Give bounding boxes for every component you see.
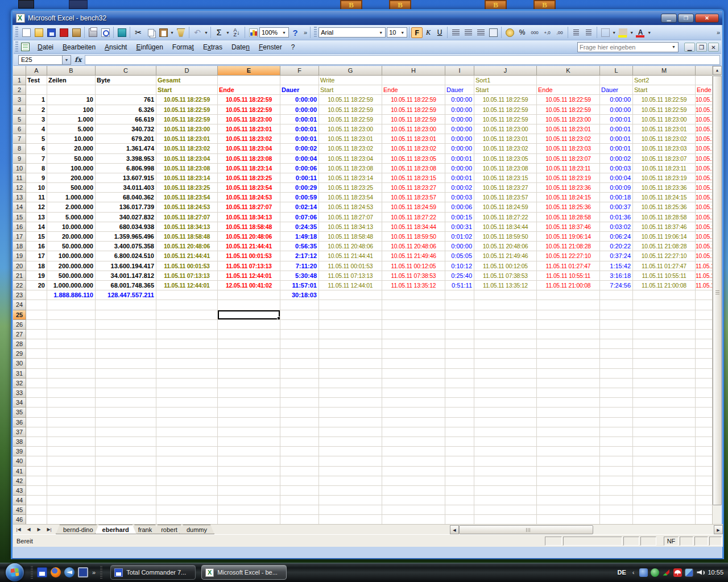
grid-cell[interactable]: 10.000.000 [47, 222, 96, 232]
grid-cell[interactable]: 0:00:00 [445, 115, 474, 124]
grid-cell[interactable] [156, 300, 218, 310]
column-header-F[interactable]: F [280, 66, 319, 76]
row-header-39[interactable]: 39 [13, 447, 26, 456]
grid-cell[interactable] [537, 349, 600, 359]
grid-cell[interactable]: 10.05.11 19:06:14 [696, 232, 713, 242]
grid-cell[interactable] [26, 85, 47, 95]
grid-cell[interactable] [26, 467, 47, 476]
grid-cell[interactable]: 1.361.474 [96, 144, 156, 153]
grid-cell[interactable] [47, 437, 96, 447]
grid-cell[interactable] [47, 379, 96, 388]
increase-indent-icon[interactable] [582, 26, 595, 39]
grid-cell[interactable] [382, 359, 445, 368]
row-header-33[interactable]: 33 [13, 388, 26, 398]
row-header-45[interactable]: 45 [13, 505, 26, 515]
grid-cell[interactable] [382, 330, 445, 339]
grid-cell[interactable]: 10.05.11 18:23:11 [537, 164, 600, 173]
grid-cell[interactable] [26, 349, 47, 359]
grid-cell[interactable]: 10.05.11 18:23:01 [633, 124, 696, 134]
grid-cell[interactable] [26, 290, 47, 300]
grid-cell[interactable]: 0:00:15 [445, 213, 474, 222]
row-header-36[interactable]: 36 [13, 418, 26, 427]
grid-cell[interactable] [445, 408, 474, 417]
grid-cell[interactable]: 500.000.000 [47, 271, 96, 281]
grid-cell[interactable]: 11.05.11 10:55:11 [633, 271, 696, 281]
tray-network-icon[interactable] [685, 568, 693, 577]
grid-cell[interactable]: 500.000 [47, 183, 96, 193]
grid-cell[interactable]: Ende [696, 85, 713, 95]
grid-cell[interactable] [696, 486, 713, 496]
grid-cell[interactable]: 1 [26, 95, 47, 105]
tray-expand-icon[interactable]: ‹ [630, 569, 637, 576]
name-box-dropdown-icon[interactable]: ▼ [63, 55, 71, 65]
grid-cell[interactable]: 11.05.11 00:01:53 [156, 261, 218, 271]
menu-ansicht[interactable]: Ansicht [100, 41, 131, 53]
grid-cell[interactable] [537, 290, 600, 300]
grid-cell[interactable] [445, 290, 474, 300]
grid-cell[interactable] [537, 300, 600, 310]
grid-cell[interactable]: 10.05.11 18:24:15 [696, 193, 713, 202]
grid-cell[interactable] [96, 339, 156, 349]
grid-cell[interactable]: 11.05.11 00:12:05 [382, 261, 445, 271]
grid-cell[interactable] [474, 496, 537, 505]
autosum-icon[interactable]: Σ [213, 26, 225, 39]
grid-cell[interactable] [280, 300, 319, 310]
grid-cell[interactable] [474, 349, 537, 359]
prev-sheet-icon[interactable]: ◀ [24, 525, 34, 534]
grid-cell[interactable] [633, 447, 696, 456]
grid-cell[interactable]: 10.05.11 18:23:00 [474, 124, 537, 134]
grid-cell[interactable]: 0:00:18 [600, 193, 633, 202]
grid-cell[interactable] [633, 339, 696, 349]
grid-cell[interactable] [696, 476, 713, 486]
grid-cell[interactable]: 8 [26, 164, 47, 173]
grid-cell[interactable] [600, 476, 633, 486]
scroll-right-icon[interactable]: ▶ [714, 525, 723, 534]
grid-cell[interactable]: 10.05.11 18:23:05 [474, 154, 537, 164]
grid-cell[interactable] [96, 369, 156, 379]
grid-cell[interactable] [696, 330, 713, 339]
grid-cell[interactable] [26, 427, 47, 437]
grid-cell[interactable]: 19 [26, 271, 47, 281]
row-header-41[interactable]: 41 [13, 467, 26, 476]
row-header-17[interactable]: 17 [13, 232, 26, 242]
grid-cell[interactable] [633, 437, 696, 447]
grid-cell[interactable]: 10.05.11 18:23:08 [218, 154, 280, 164]
grid-cell[interactable] [47, 486, 96, 496]
grid-cell[interactable] [280, 76, 319, 85]
align-right-icon[interactable] [474, 26, 487, 39]
merge-center-icon[interactable] [487, 26, 499, 39]
menu-format[interactable]: Format [168, 41, 198, 53]
grid-cell[interactable] [96, 388, 156, 398]
grid-cell[interactable]: 10.05.11 21:44:41 [319, 251, 382, 261]
grid-cell[interactable]: 0:00:11 [280, 173, 319, 183]
grid-cell[interactable] [47, 447, 96, 456]
grid-cell[interactable]: 12 [26, 202, 47, 212]
grid-cell[interactable]: 10.000 [47, 134, 96, 144]
grid-cell[interactable]: 0:00:03 [600, 164, 633, 173]
grid-cell[interactable]: Dauer [280, 85, 319, 95]
grid-cell[interactable]: 10.05.11 18:22:59 [696, 105, 713, 115]
grid-cell[interactable] [218, 486, 280, 496]
grid-cell[interactable]: 10.05.11 18:22:59 [156, 105, 218, 115]
grid-cell[interactable] [96, 408, 156, 417]
grid-cell[interactable] [600, 349, 633, 359]
grid-cell[interactable] [218, 505, 280, 515]
menu-datei[interactable]: Datei [33, 41, 58, 53]
grid-cell[interactable] [26, 339, 47, 349]
column-header-K[interactable]: K [537, 66, 600, 76]
grid-cell[interactable] [600, 339, 633, 349]
grid-cell[interactable]: 0:03:02 [600, 222, 633, 232]
grid-cell[interactable]: 10.05.11 18:23:02 [633, 134, 696, 144]
row-header-24[interactable]: 24 [13, 300, 26, 310]
font-name-select[interactable]: Arial▼ [318, 27, 386, 38]
grid-cell[interactable] [474, 359, 537, 368]
grid-cell[interactable]: 10.05.11 21:44:41 [156, 251, 218, 261]
grid-cell[interactable] [280, 339, 319, 349]
grid-cell[interactable]: 100 [47, 105, 96, 115]
grid-cell[interactable] [445, 359, 474, 368]
grid-cell[interactable]: 10.05.11 18:23:01 [156, 134, 218, 144]
grid-cell[interactable]: 340.732 [96, 124, 156, 134]
grid-cell[interactable]: 0:00:01 [600, 115, 633, 124]
grid-cell[interactable]: Byte [96, 76, 156, 85]
grid-cell[interactable] [96, 418, 156, 427]
